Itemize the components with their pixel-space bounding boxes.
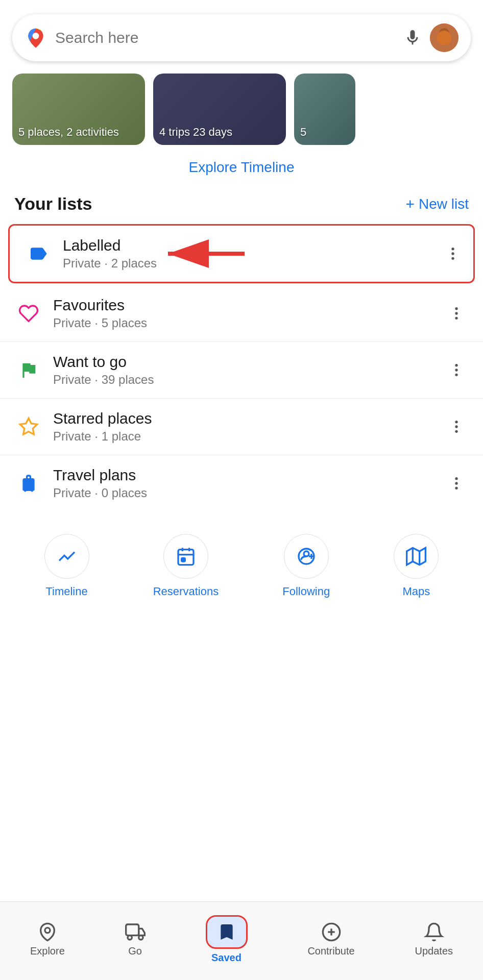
favourites-sub: Private · 5 places: [53, 316, 444, 330]
travel-plans-name: Travel plans: [53, 467, 444, 484]
explore-timeline-link[interactable]: Explore Timeline: [0, 159, 483, 176]
following-circle: [284, 534, 329, 579]
svg-rect-35: [126, 924, 138, 936]
labelled-more-button[interactable]: [441, 241, 465, 266]
search-input[interactable]: [55, 29, 395, 46]
nav-contribute[interactable]: Contribute: [299, 918, 363, 961]
svg-point-34: [45, 928, 50, 933]
nav-saved-label: Saved: [211, 952, 242, 964]
svg-point-36: [128, 936, 132, 940]
labelled-sub: Private · 2 places: [63, 256, 443, 271]
mic-icon[interactable]: [403, 29, 422, 47]
search-bar: [12, 14, 471, 61]
reservations-circle: [163, 534, 208, 579]
want-to-go-sub: Private · 39 places: [53, 373, 444, 387]
your-lists-header: Your lists + New list: [0, 194, 483, 214]
favourites-more-button[interactable]: [444, 301, 469, 326]
svg-point-8: [451, 257, 454, 260]
travel-plans-more-button[interactable]: [444, 471, 469, 496]
timeline-card-1-label: 5 places, 2 activities: [18, 126, 119, 139]
new-list-plus-icon: +: [405, 195, 415, 213]
nav-updates[interactable]: Updates: [407, 918, 462, 961]
favourites-name: Favourites: [53, 297, 444, 314]
timeline-circle: [44, 534, 89, 579]
travel-plans-text: Travel plans Private · 0 places: [53, 467, 444, 500]
quick-access-following[interactable]: Following: [282, 534, 330, 598]
svg-marker-31: [407, 548, 426, 565]
svg-point-12: [455, 364, 457, 366]
labelled-name: Labelled: [63, 237, 443, 254]
svg-point-21: [455, 487, 457, 489]
following-quick-label: Following: [282, 585, 330, 598]
svg-point-6: [451, 248, 454, 250]
svg-point-18: [455, 430, 457, 433]
bottom-nav: Explore Go Saved Contribute: [0, 901, 483, 980]
want-to-go-more-button[interactable]: [444, 358, 469, 382]
want-to-go-name: Want to go: [53, 353, 444, 371]
svg-point-14: [455, 374, 457, 376]
svg-point-17: [455, 425, 457, 428]
svg-point-20: [455, 482, 457, 484]
starred-sub: Private · 1 place: [53, 429, 444, 444]
want-to-go-text: Want to go Private · 39 places: [53, 353, 444, 387]
timeline-card-2[interactable]: 4 trips 23 days: [153, 74, 286, 145]
avatar[interactable]: [430, 23, 458, 52]
quick-access-maps[interactable]: Maps: [394, 534, 439, 598]
flag-icon: [14, 356, 43, 384]
favourites-text: Favourites Private · 5 places: [53, 297, 444, 330]
travel-plans-sub: Private · 0 places: [53, 486, 444, 500]
reservations-quick-label: Reservations: [153, 585, 219, 598]
nav-explore-label: Explore: [30, 945, 65, 957]
luggage-icon: [14, 469, 43, 498]
quick-access-bar: Timeline Reservations Following: [0, 520, 483, 612]
labelled-text: Labelled Private · 2 places: [63, 237, 443, 271]
google-maps-logo-icon: [25, 27, 47, 49]
new-list-button[interactable]: + New list: [405, 195, 469, 213]
list-item-travel-plans[interactable]: Travel plans Private · 0 places: [0, 455, 483, 511]
label-icon: [24, 239, 53, 268]
svg-point-13: [455, 369, 457, 371]
starred-more-button[interactable]: [444, 414, 469, 439]
nav-contribute-label: Contribute: [307, 945, 354, 957]
svg-rect-26: [182, 558, 185, 561]
nav-updates-label: Updates: [415, 945, 453, 957]
svg-point-9: [455, 307, 457, 310]
timeline-card-2-label: 4 trips 23 days: [159, 126, 232, 139]
svg-point-10: [455, 312, 457, 314]
svg-point-7: [451, 252, 454, 255]
svg-point-19: [455, 477, 457, 480]
list-item-want-to-go[interactable]: Want to go Private · 39 places: [0, 342, 483, 399]
list-item-favourites[interactable]: Favourites Private · 5 places: [0, 285, 483, 342]
timeline-card-3-label: 5: [300, 126, 306, 139]
heart-icon: [14, 299, 43, 328]
starred-name: Starred places: [53, 410, 444, 427]
new-list-label: New list: [419, 196, 469, 212]
list-item-starred[interactable]: Starred places Private · 1 place: [0, 399, 483, 455]
svg-rect-22: [178, 550, 194, 565]
svg-point-11: [455, 317, 457, 320]
lists-container: Labelled Private · 2 places: [0, 224, 483, 511]
timeline-card-1[interactable]: 5 places, 2 activities: [12, 74, 145, 145]
timeline-quick-label: Timeline: [45, 585, 87, 598]
starred-text: Starred places Private · 1 place: [53, 410, 444, 444]
maps-circle: [394, 534, 439, 579]
list-item-labelled[interactable]: Labelled Private · 2 places: [8, 224, 475, 283]
timeline-strip: 5 places, 2 activities 4 trips 23 days 5: [0, 61, 483, 145]
nav-saved-circle: [206, 915, 248, 949]
quick-access-reservations[interactable]: Reservations: [153, 534, 219, 598]
timeline-card-3[interactable]: 5: [294, 74, 355, 145]
your-lists-title: Your lists: [14, 194, 92, 214]
nav-go-label: Go: [128, 945, 142, 957]
svg-marker-15: [20, 418, 37, 434]
star-icon: [14, 412, 43, 441]
svg-point-0: [33, 33, 39, 39]
nav-go[interactable]: Go: [117, 918, 154, 961]
nav-saved[interactable]: Saved: [198, 911, 256, 968]
svg-point-37: [138, 936, 142, 940]
svg-point-3: [437, 31, 451, 45]
nav-explore[interactable]: Explore: [22, 918, 73, 961]
red-arrow-annotation: [158, 238, 250, 269]
quick-access-timeline[interactable]: Timeline: [44, 534, 89, 598]
svg-point-16: [455, 421, 457, 423]
maps-quick-label: Maps: [402, 585, 430, 598]
